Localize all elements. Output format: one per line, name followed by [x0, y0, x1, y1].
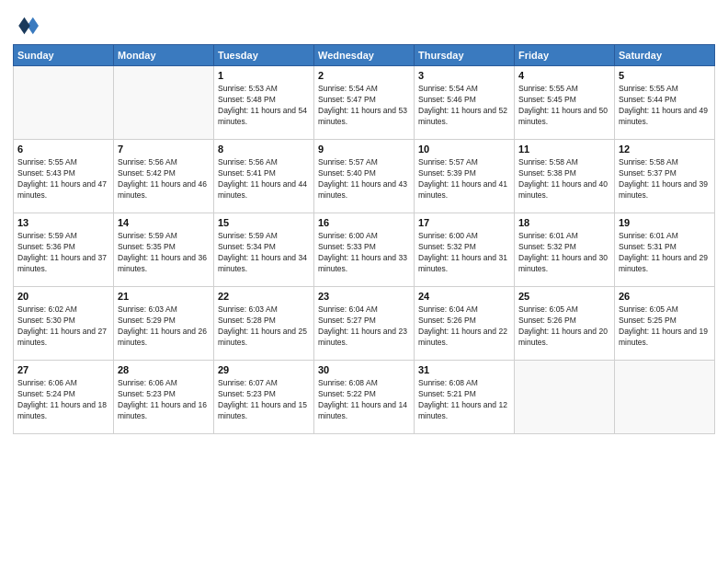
calendar-week-row: 27Sunrise: 6:06 AM Sunset: 5:24 PM Dayli…	[14, 361, 715, 434]
calendar-week-row: 13Sunrise: 5:59 AM Sunset: 5:36 PM Dayli…	[14, 213, 715, 287]
day-number: 24	[418, 290, 510, 304]
calendar-week-row: 6Sunrise: 5:55 AM Sunset: 5:43 PM Daylig…	[14, 140, 715, 213]
day-info: Sunrise: 6:01 AM Sunset: 5:31 PM Dayligh…	[619, 231, 711, 275]
calendar-cell: 10Sunrise: 5:57 AM Sunset: 5:39 PM Dayli…	[415, 140, 515, 213]
day-number: 22	[218, 290, 310, 304]
calendar-cell: 13Sunrise: 5:59 AM Sunset: 5:36 PM Dayli…	[14, 213, 114, 287]
day-number: 10	[418, 143, 510, 156]
calendar-cell	[615, 361, 715, 434]
calendar-body: 1Sunrise: 5:53 AM Sunset: 5:48 PM Daylig…	[14, 66, 715, 434]
day-info: Sunrise: 6:05 AM Sunset: 5:26 PM Dayligh…	[518, 304, 610, 349]
day-number: 19	[619, 216, 711, 230]
calendar-cell: 30Sunrise: 6:08 AM Sunset: 5:22 PM Dayli…	[314, 361, 415, 434]
day-number: 11	[518, 143, 610, 156]
day-info: Sunrise: 5:58 AM Sunset: 5:38 PM Dayligh…	[518, 157, 610, 201]
day-number: 8	[218, 143, 310, 156]
calendar-cell: 17Sunrise: 6:00 AM Sunset: 5:32 PM Dayli…	[415, 213, 515, 287]
day-info: Sunrise: 5:54 AM Sunset: 5:46 PM Dayligh…	[418, 84, 510, 128]
calendar-cell: 4Sunrise: 5:55 AM Sunset: 5:45 PM Daylig…	[515, 66, 615, 140]
calendar-cell: 18Sunrise: 6:01 AM Sunset: 5:32 PM Dayli…	[515, 213, 615, 287]
logo-icon	[13, 13, 39, 39]
day-number: 6	[17, 143, 109, 156]
day-info: Sunrise: 6:04 AM Sunset: 5:26 PM Dayligh…	[418, 304, 510, 349]
weekday-header: Saturday	[615, 45, 715, 66]
day-number: 25	[518, 290, 610, 304]
calendar-cell: 14Sunrise: 5:59 AM Sunset: 5:35 PM Dayli…	[114, 213, 214, 287]
day-info: Sunrise: 5:54 AM Sunset: 5:47 PM Dayligh…	[318, 84, 410, 128]
calendar-cell: 11Sunrise: 5:58 AM Sunset: 5:38 PM Dayli…	[515, 140, 615, 213]
day-info: Sunrise: 6:03 AM Sunset: 5:28 PM Dayligh…	[218, 304, 310, 349]
header	[13, 9, 715, 39]
day-number: 4	[518, 69, 610, 83]
day-number: 26	[619, 290, 711, 304]
calendar-cell: 3Sunrise: 5:54 AM Sunset: 5:46 PM Daylig…	[415, 66, 515, 140]
day-info: Sunrise: 6:06 AM Sunset: 5:24 PM Dayligh…	[17, 378, 109, 422]
calendar-cell: 22Sunrise: 6:03 AM Sunset: 5:28 PM Dayli…	[214, 287, 314, 361]
calendar-cell: 1Sunrise: 5:53 AM Sunset: 5:48 PM Daylig…	[214, 66, 314, 140]
day-info: Sunrise: 5:59 AM Sunset: 5:35 PM Dayligh…	[118, 231, 210, 275]
day-number: 30	[318, 363, 410, 377]
day-info: Sunrise: 6:00 AM Sunset: 5:32 PM Dayligh…	[418, 231, 510, 275]
day-info: Sunrise: 6:08 AM Sunset: 5:21 PM Dayligh…	[418, 378, 510, 422]
day-number: 1	[218, 69, 310, 83]
calendar-table: SundayMondayTuesdayWednesdayThursdayFrid…	[13, 44, 715, 434]
day-number: 3	[418, 69, 510, 83]
day-number: 17	[418, 216, 510, 230]
day-number: 27	[17, 363, 109, 377]
weekday-header: Thursday	[415, 45, 515, 66]
calendar-cell: 28Sunrise: 6:06 AM Sunset: 5:23 PM Dayli…	[114, 361, 214, 434]
weekday-header: Tuesday	[214, 45, 314, 66]
calendar-cell: 25Sunrise: 6:05 AM Sunset: 5:26 PM Dayli…	[515, 287, 615, 361]
calendar-cell: 6Sunrise: 5:55 AM Sunset: 5:43 PM Daylig…	[14, 140, 114, 213]
day-info: Sunrise: 5:55 AM Sunset: 5:44 PM Dayligh…	[619, 84, 711, 128]
day-number: 16	[318, 216, 410, 230]
day-number: 9	[318, 143, 410, 156]
day-number: 5	[619, 69, 711, 83]
header-row: SundayMondayTuesdayWednesdayThursdayFrid…	[14, 45, 715, 66]
calendar-cell: 7Sunrise: 5:56 AM Sunset: 5:42 PM Daylig…	[114, 140, 214, 213]
day-info: Sunrise: 5:59 AM Sunset: 5:34 PM Dayligh…	[218, 231, 310, 275]
day-info: Sunrise: 6:06 AM Sunset: 5:23 PM Dayligh…	[118, 378, 210, 422]
svg-marker-1	[18, 17, 29, 35]
calendar-cell: 16Sunrise: 6:00 AM Sunset: 5:33 PM Dayli…	[314, 213, 415, 287]
day-info: Sunrise: 5:55 AM Sunset: 5:43 PM Dayligh…	[17, 157, 109, 201]
calendar-cell: 19Sunrise: 6:01 AM Sunset: 5:31 PM Dayli…	[615, 213, 715, 287]
calendar-cell: 23Sunrise: 6:04 AM Sunset: 5:27 PM Dayli…	[314, 287, 415, 361]
calendar-cell: 26Sunrise: 6:05 AM Sunset: 5:25 PM Dayli…	[615, 287, 715, 361]
day-number: 13	[17, 216, 109, 230]
calendar-cell	[14, 66, 114, 140]
weekday-header: Monday	[114, 45, 214, 66]
calendar-cell	[114, 66, 214, 140]
calendar-cell: 15Sunrise: 5:59 AM Sunset: 5:34 PM Dayli…	[214, 213, 314, 287]
weekday-header: Sunday	[14, 45, 114, 66]
calendar-week-row: 20Sunrise: 6:02 AM Sunset: 5:30 PM Dayli…	[14, 287, 715, 361]
day-info: Sunrise: 6:07 AM Sunset: 5:23 PM Dayligh…	[218, 378, 310, 422]
calendar-cell: 2Sunrise: 5:54 AM Sunset: 5:47 PM Daylig…	[314, 66, 415, 140]
day-number: 29	[218, 363, 310, 377]
day-info: Sunrise: 6:01 AM Sunset: 5:32 PM Dayligh…	[518, 231, 610, 275]
day-info: Sunrise: 5:53 AM Sunset: 5:48 PM Dayligh…	[218, 84, 310, 128]
day-number: 18	[518, 216, 610, 230]
day-number: 28	[118, 363, 210, 377]
calendar-cell: 21Sunrise: 6:03 AM Sunset: 5:29 PM Dayli…	[114, 287, 214, 361]
day-number: 21	[118, 290, 210, 304]
day-number: 23	[318, 290, 410, 304]
day-number: 7	[118, 143, 210, 156]
calendar-cell: 31Sunrise: 6:08 AM Sunset: 5:21 PM Dayli…	[415, 361, 515, 434]
day-number: 31	[418, 363, 510, 377]
day-info: Sunrise: 5:55 AM Sunset: 5:45 PM Dayligh…	[518, 84, 610, 128]
day-info: Sunrise: 5:59 AM Sunset: 5:36 PM Dayligh…	[17, 231, 109, 275]
calendar-week-row: 1Sunrise: 5:53 AM Sunset: 5:48 PM Daylig…	[14, 66, 715, 140]
weekday-header: Friday	[515, 45, 615, 66]
day-number: 15	[218, 216, 310, 230]
day-number: 14	[118, 216, 210, 230]
day-info: Sunrise: 5:56 AM Sunset: 5:42 PM Dayligh…	[118, 157, 210, 201]
day-number: 12	[619, 143, 711, 156]
calendar-cell: 9Sunrise: 5:57 AM Sunset: 5:40 PM Daylig…	[314, 140, 415, 213]
day-info: Sunrise: 6:03 AM Sunset: 5:29 PM Dayligh…	[118, 304, 210, 349]
day-info: Sunrise: 6:08 AM Sunset: 5:22 PM Dayligh…	[318, 378, 410, 422]
weekday-header: Wednesday	[314, 45, 415, 66]
calendar-cell: 20Sunrise: 6:02 AM Sunset: 5:30 PM Dayli…	[14, 287, 114, 361]
day-info: Sunrise: 6:04 AM Sunset: 5:27 PM Dayligh…	[318, 304, 410, 349]
day-info: Sunrise: 6:00 AM Sunset: 5:33 PM Dayligh…	[318, 231, 410, 275]
